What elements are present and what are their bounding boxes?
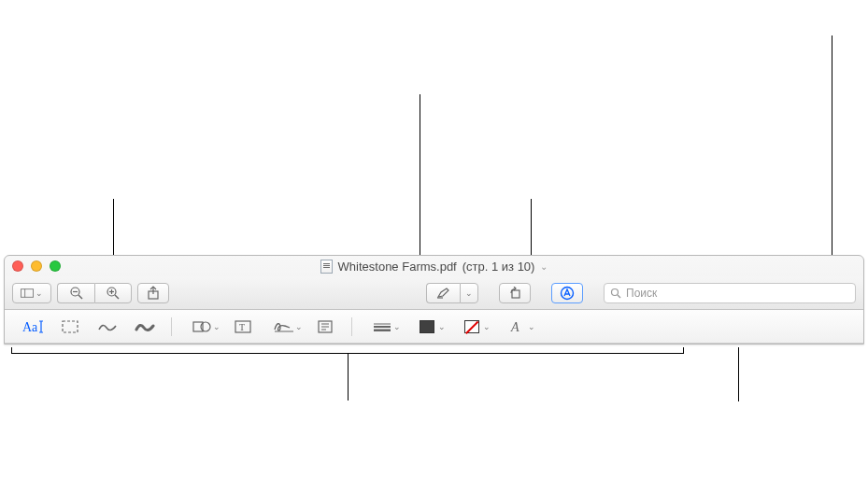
callout-line [832,35,832,255]
chevron-down-icon: ⌄ [213,322,221,331]
title-dropdown-icon[interactable]: ⌄ [540,261,548,272]
shape-style-tool[interactable]: ⌄ [360,315,405,339]
minimize-button[interactable] [31,260,42,272]
svg-point-14 [612,288,619,295]
highlight-menu-button[interactable]: ⌄ [460,283,478,303]
svg-rect-12 [512,290,519,298]
svg-line-15 [618,295,620,298]
markup-toolbar: Aa ⌄ T ⌄ ⌄ [5,310,863,344]
markup-button[interactable] [551,283,583,303]
zoom-in-button[interactable] [94,283,132,303]
zoom-button[interactable] [50,260,61,272]
draw-tool[interactable] [126,315,164,339]
traffic-lights [12,260,61,272]
chevron-down-icon: ⌄ [295,322,303,331]
sidebar-view-button[interactable]: ⌄ [12,283,51,303]
callout-line [531,199,532,255]
svg-text:T: T [239,322,245,332]
sketch-tool[interactable] [89,315,126,339]
highlight-button[interactable] [426,283,460,303]
search-field[interactable] [604,283,856,303]
highlight-segment: ⌄ [426,283,478,303]
svg-rect-0 [21,288,33,297]
svg-text:Aa: Aa [22,320,38,334]
note-tool[interactable] [306,315,344,339]
border-color-swatch [420,320,434,333]
window-title: Whitestone Farms.pdf (стр. 1 из 10) ⌄ [5,260,863,274]
svg-line-6 [115,295,119,299]
chevron-down-icon: ⌄ [438,322,446,331]
callout-line [738,347,739,401]
preview-window: Whitestone Farms.pdf (стр. 1 из 10) ⌄ ⌄ [4,255,864,344]
callout-bracket [67,305,161,312]
separator [171,317,172,336]
callout-line [113,199,114,255]
shapes-tool[interactable]: ⌄ [179,315,224,339]
fill-color-swatch [464,320,479,333]
document-icon [320,260,333,274]
share-button[interactable] [137,283,169,303]
text-style-tool[interactable]: A ⌄ [494,315,539,339]
zoom-out-button[interactable] [57,283,94,303]
chevron-down-icon: ⌄ [528,322,535,331]
sign-tool[interactable]: ⌄ [262,315,306,339]
zoom-segment [57,283,132,303]
search-icon [610,288,621,299]
titlebar: Whitestone Farms.pdf (стр. 1 из 10) ⌄ [5,256,863,276]
svg-rect-20 [63,321,78,332]
rotate-button[interactable] [499,283,531,303]
search-input[interactable] [626,287,849,300]
svg-text:A: A [510,320,519,333]
svg-line-3 [78,295,82,299]
separator [351,317,352,336]
border-color-tool[interactable]: ⌄ [405,315,449,339]
callout-line [348,354,349,401]
text-tool[interactable]: T [224,315,262,339]
title-filename: Whitestone Farms.pdf [338,260,457,274]
close-button[interactable] [12,260,23,272]
title-page-info: (стр. 1 из 10) [462,260,535,274]
chevron-down-icon: ⌄ [483,322,491,331]
callout-bracket [11,347,684,354]
callout-line [420,94,420,255]
chevron-down-icon: ⌄ [393,322,401,331]
text-selection-tool[interactable]: Aa [14,315,51,339]
rectangular-selection-tool[interactable] [51,315,89,339]
fill-color-tool[interactable]: ⌄ [449,315,494,339]
